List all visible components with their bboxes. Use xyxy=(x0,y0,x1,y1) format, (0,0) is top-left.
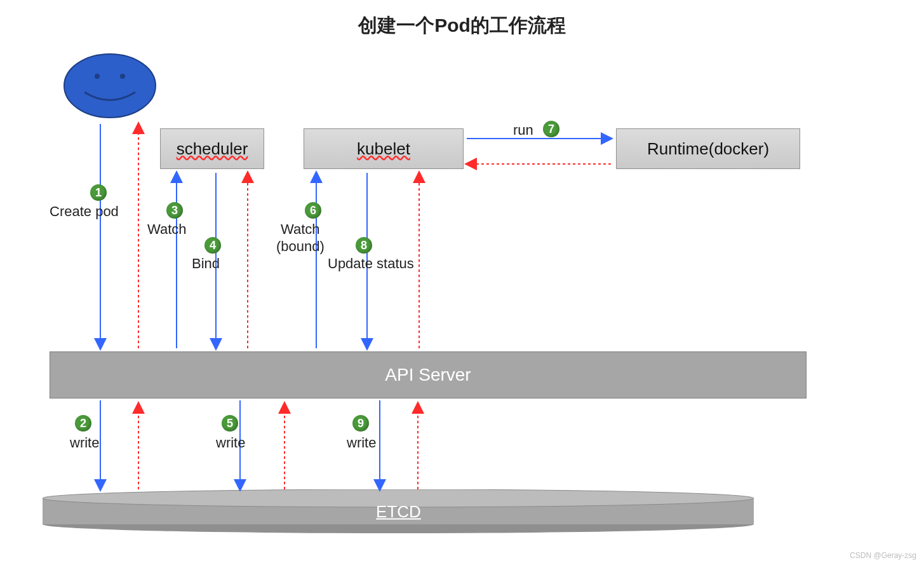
step-9-badge: 9 xyxy=(352,415,369,432)
watch-label: Watch xyxy=(147,221,187,238)
step-5-badge: 5 xyxy=(222,415,238,432)
diagram-canvas: 创建一个Pod的工作流程 scheduler kubelet Runtime(d… xyxy=(0,0,924,565)
scheduler-label: scheduler xyxy=(177,139,248,159)
runtime-box: Runtime(docker) xyxy=(616,128,800,169)
runtime-label: Runtime(docker) xyxy=(647,139,769,159)
user-icon xyxy=(62,51,157,123)
step-2-badge: 2 xyxy=(75,415,91,432)
watch-bound-l1: Watch xyxy=(281,221,320,238)
step-8-badge: 8 xyxy=(356,237,372,254)
step-3-badge: 3 xyxy=(166,202,183,219)
step-7-badge: 7 xyxy=(543,121,559,137)
step-4-badge: 4 xyxy=(204,237,221,254)
etcd-box: ETCD xyxy=(38,489,759,534)
svg-point-2 xyxy=(120,74,125,79)
watermark: CSDN @Geray-zsg xyxy=(850,551,916,560)
kubelet-label: kubelet xyxy=(357,139,410,159)
step-1-badge: 1 xyxy=(90,184,107,201)
svg-point-0 xyxy=(64,54,156,118)
bind-label: Bind xyxy=(192,255,220,272)
run-label: run xyxy=(513,122,533,139)
etcd-label: ETCD xyxy=(376,502,421,522)
api-server-label: API Server xyxy=(385,365,471,385)
write-label-2: write xyxy=(216,435,245,451)
api-server-box: API Server xyxy=(50,351,807,398)
write-label-1: write xyxy=(70,435,99,451)
create-pod-label: Create pod xyxy=(50,203,119,220)
watch-bound-l2: (bound) xyxy=(276,238,325,255)
svg-point-1 xyxy=(95,74,100,79)
scheduler-box: scheduler xyxy=(160,128,264,169)
step-6-badge: 6 xyxy=(305,202,321,219)
kubelet-box: kubelet xyxy=(304,128,464,169)
write-label-3: write xyxy=(347,435,376,451)
diagram-title: 创建一个Pod的工作流程 xyxy=(0,13,924,39)
update-status-label: Update status xyxy=(328,255,414,272)
